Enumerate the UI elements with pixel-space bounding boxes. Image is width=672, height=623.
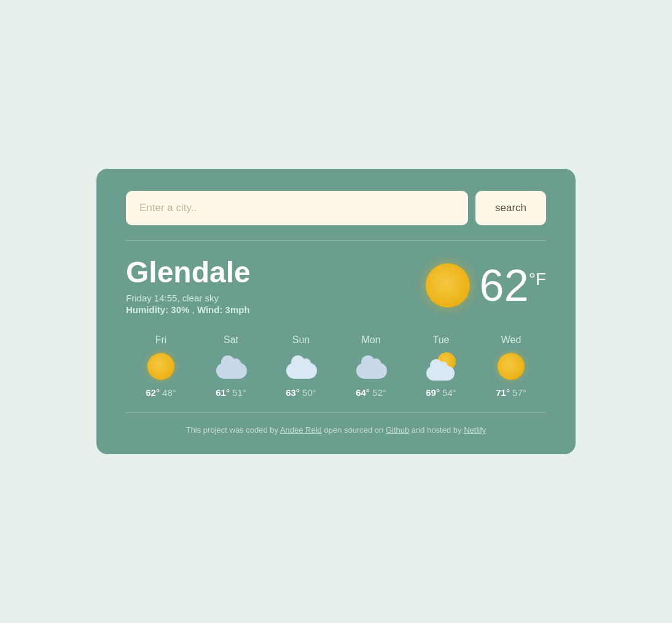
current-weather-section: Glendale Friday 14:55, clear sky Humidit… bbox=[126, 255, 546, 315]
humidity-value: 30% bbox=[171, 304, 189, 315]
forecast-icon-wed bbox=[496, 352, 526, 381]
lo-fri: 48° bbox=[162, 387, 176, 398]
day-label-sat: Sat bbox=[224, 335, 238, 346]
forecast-day-fri: Fri 62° 48° bbox=[126, 335, 196, 398]
search-row: search bbox=[126, 191, 546, 225]
lo-sun: 50° bbox=[302, 387, 316, 398]
temps-tue: 69° 54° bbox=[426, 387, 456, 398]
wind-label: Wind: bbox=[197, 304, 223, 315]
temperature-value: 62 bbox=[480, 263, 529, 308]
forecast-day-tue: Tue 69° 54° bbox=[406, 335, 476, 398]
hi-sat: 61° bbox=[216, 387, 230, 398]
day-label-tue: Tue bbox=[433, 335, 450, 346]
hi-wed: 71° bbox=[496, 387, 510, 398]
forecast-row: Fri 62° 48° Sat 61° 51° Sun bbox=[126, 335, 546, 398]
footer-text-before: This project was coded by bbox=[186, 425, 280, 435]
current-icon-temp: 62°F bbox=[426, 263, 546, 308]
weather-datetime: Friday 14:55, clear sky bbox=[126, 293, 406, 303]
lo-wed: 57° bbox=[512, 387, 526, 398]
city-name: Glendale bbox=[126, 255, 406, 289]
partly-cloudy-icon-tue bbox=[426, 352, 456, 381]
weather-details: Humidity: 30% , Wind: 3mph bbox=[126, 304, 406, 315]
wind-value: 3mph bbox=[225, 304, 250, 315]
footer-github-link[interactable]: Github bbox=[386, 425, 409, 435]
hi-sun: 63° bbox=[286, 387, 300, 398]
city-info: Glendale Friday 14:55, clear sky Humidit… bbox=[126, 255, 406, 315]
forecast-icon-fri bbox=[146, 352, 176, 381]
search-button[interactable]: search bbox=[475, 191, 546, 225]
day-label-fri: Fri bbox=[155, 335, 167, 346]
temps-fri: 62° 48° bbox=[146, 387, 176, 398]
top-divider bbox=[126, 240, 546, 241]
forecast-icon-tue bbox=[426, 352, 456, 381]
forecast-day-wed: Wed 71° 57° bbox=[476, 335, 546, 398]
day-label-sun: Sun bbox=[292, 335, 310, 346]
footer-netlify-link[interactable]: Netlify bbox=[464, 425, 486, 435]
cloud-icon-mon bbox=[356, 354, 386, 379]
footer: This project was coded by Andee Reid ope… bbox=[126, 425, 546, 435]
hi-tue: 69° bbox=[426, 387, 440, 398]
cloud-icon-sat bbox=[216, 354, 246, 379]
hi-mon: 64° bbox=[356, 387, 370, 398]
day-label-mon: Mon bbox=[361, 335, 380, 346]
city-input[interactable] bbox=[126, 191, 468, 225]
sun-icon-fri bbox=[147, 353, 174, 380]
humidity-label: Humidity: bbox=[126, 304, 168, 315]
bottom-divider bbox=[126, 412, 546, 413]
forecast-day-sat: Sat 61° 51° bbox=[196, 335, 266, 398]
hi-fri: 62° bbox=[146, 387, 160, 398]
footer-text-middle: open sourced on bbox=[322, 425, 386, 435]
temps-mon: 64° 52° bbox=[356, 387, 386, 398]
forecast-day-mon: Mon 64° 52° bbox=[336, 335, 406, 398]
current-weather-icon bbox=[426, 263, 470, 308]
forecast-icon-sun bbox=[286, 352, 316, 381]
lo-tue: 54° bbox=[442, 387, 456, 398]
temps-wed: 71° 57° bbox=[496, 387, 526, 398]
footer-author-link[interactable]: Andee Reid bbox=[280, 425, 322, 435]
temperature-display: 62°F bbox=[480, 263, 546, 308]
forecast-day-sun: Sun 63° 50° bbox=[266, 335, 336, 398]
cloud-icon-sun bbox=[286, 354, 316, 379]
day-label-wed: Wed bbox=[501, 335, 522, 346]
weather-card: search Glendale Friday 14:55, clear sky … bbox=[96, 169, 576, 454]
lo-mon: 52° bbox=[372, 387, 386, 398]
forecast-icon-sat bbox=[216, 352, 246, 381]
temps-sun: 63° 50° bbox=[286, 387, 316, 398]
lo-sat: 51° bbox=[232, 387, 246, 398]
sun-icon-wed bbox=[498, 353, 525, 380]
temps-sat: 61° 51° bbox=[216, 387, 246, 398]
footer-text-after: and hosted by bbox=[409, 425, 464, 435]
temperature-unit: °F bbox=[529, 271, 546, 288]
forecast-icon-mon bbox=[356, 352, 386, 381]
